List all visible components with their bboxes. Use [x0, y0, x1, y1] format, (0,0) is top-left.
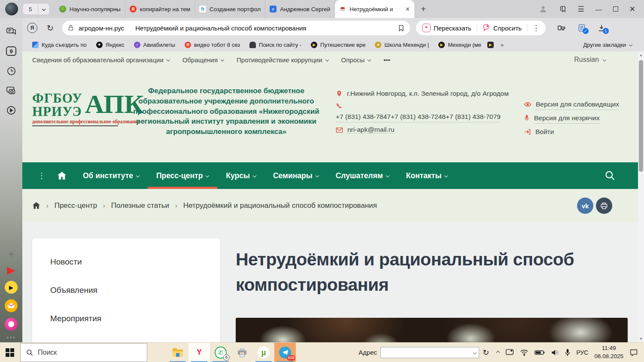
tab-list-chevron[interactable] — [38, 3, 50, 15]
tab-andreyanov[interactable]: ≡ Андреянов Сергей — [265, 0, 335, 18]
org-email[interactable]: nri-apk@mail.ru — [347, 126, 395, 134]
utorrent-button[interactable]: µ — [253, 343, 274, 362]
clock[interactable]: 11:49 06.08.2025 — [594, 344, 623, 360]
nav-seminars[interactable]: Семинары — [264, 162, 327, 189]
vk-share-button[interactable]: vk — [577, 198, 593, 214]
blind-version-link[interactable]: Версия для незрячих — [524, 113, 619, 124]
screenshot-camera-icon[interactable] — [0, 81, 22, 100]
address-toolbar-input[interactable] — [380, 347, 479, 358]
yandex-mail-icon[interactable] — [5, 299, 18, 312]
tray-expand-icon[interactable] — [496, 350, 500, 354]
side-panel-icon[interactable] — [559, 5, 567, 13]
bookmark-item[interactable]: Я видео тобот 8 сез — [185, 42, 240, 48]
taskbar-search-input[interactable] — [38, 349, 132, 356]
whatsapp-button[interactable]: ✆ 6 — [210, 343, 231, 362]
bookmark-item[interactable]: Куда съездить по — [32, 42, 87, 48]
nav-contacts[interactable]: Контакты — [398, 162, 456, 189]
institute-logo[interactable]: ФГБОУ НРИУЭ АПК дополнительное профессио… — [32, 91, 118, 126]
search-icon[interactable] — [604, 170, 616, 181]
wifi-icon[interactable] — [520, 349, 529, 356]
tab-groups-icon[interactable]: 9 — [0, 41, 22, 61]
breadcrumb-useful-articles[interactable]: Полезные статьи — [111, 201, 169, 210]
video-play-icon[interactable] — [0, 100, 22, 120]
sidebar-item-news[interactable]: Новости — [50, 257, 220, 267]
ask-button[interactable]: Спросить — [482, 24, 522, 32]
menu-anticorruption[interactable]: Противодействие коррупции — [237, 56, 328, 64]
scroll-down-arrow[interactable]: ▼ — [639, 337, 643, 341]
nav-about[interactable]: Об институте — [74, 162, 148, 189]
sidebar-item-announcements[interactable]: Объявления — [50, 286, 220, 295]
bookmark-item[interactable]: Поиск по сайту - — [249, 42, 301, 48]
home-icon[interactable] — [57, 171, 67, 180]
start-button[interactable] — [6, 348, 14, 357]
bookmarks-overflow-chevron[interactable]: » — [501, 42, 504, 48]
bookmark-item[interactable]: ▶ Мехенди (ме — [438, 42, 481, 48]
scroll-up-arrow[interactable]: ▲ — [639, 53, 643, 57]
sidebar-item-events[interactable]: Мероприятия — [50, 314, 220, 323]
menu-hamburger-icon[interactable]: ☰ — [578, 5, 584, 14]
profile-icon[interactable] — [539, 5, 547, 13]
address-go-icon[interactable]: ↻ — [483, 348, 489, 357]
history-clock-icon[interactable] — [0, 61, 22, 81]
window-close-button[interactable]: ✕ — [629, 5, 635, 14]
menu-appeals[interactable]: Обращения — [182, 56, 224, 64]
other-bookmarks-button[interactable]: Другие закладки — [583, 42, 632, 48]
nav-press-center[interactable]: Пресс-центр — [148, 162, 217, 189]
tablet-mode-icon[interactable] — [505, 349, 514, 356]
page-scrollbar[interactable]: ▲ ▼ — [638, 52, 644, 342]
profile-avatar[interactable] — [5, 3, 18, 15]
menu-polls[interactable]: Опросы — [341, 56, 371, 64]
breadcrumb-press-center[interactable]: Пресс-центр — [55, 201, 97, 210]
tab-composting-active[interactable]: Нетрудоёмкий и ✕ — [335, 0, 414, 18]
chats-icon[interactable] — [0, 21, 22, 41]
nav-students[interactable]: Слушателям — [327, 162, 398, 189]
rail-more-icon[interactable]: ••• — [6, 336, 16, 339]
window-minimize-button[interactable]: — — [595, 6, 602, 13]
taskbar-search-box[interactable] — [20, 343, 147, 362]
bookmark-item[interactable]: ✦ Яндекс — [96, 42, 125, 48]
play-icon[interactable]: ▶ — [487, 42, 494, 48]
volume-icon[interactable] — [551, 349, 559, 356]
microphone-tray-icon[interactable] — [565, 349, 570, 356]
yandex-button[interactable]: Я — [27, 23, 37, 33]
new-tab-button[interactable]: + — [417, 3, 430, 15]
yandex-browser-button[interactable]: Y — [188, 343, 210, 362]
login-link[interactable]: Войти — [524, 126, 619, 137]
nav-dots-icon[interactable]: ⋮ — [38, 171, 46, 180]
language-selector[interactable]: Russian — [574, 56, 606, 64]
bookmark-item[interactable]: ◗ Авиабилеты — [134, 42, 175, 48]
visually-impaired-link[interactable]: Версия для слабовидящих — [524, 99, 619, 110]
password-key-icon[interactable] — [557, 23, 566, 33]
org-phones[interactable]: +7 (831) 438-7847+7 (831) 438-7248+7 (83… — [336, 112, 501, 122]
menu-org-info[interactable]: Сведения об образовательной организации — [32, 56, 170, 64]
close-tab-icon[interactable]: ✕ — [405, 6, 410, 12]
menu-more-dots[interactable]: ••• — [383, 56, 390, 64]
tab-science[interactable]: Научно-популярны — [55, 0, 125, 18]
tab-portfolio[interactable]: h Создание портфол — [195, 0, 265, 18]
tab-counter[interactable]: 5 — [22, 3, 38, 15]
yandex-music-icon[interactable]: ▶ — [5, 281, 18, 294]
battery-icon[interactable] — [535, 350, 545, 356]
nav-courses[interactable]: Курсы — [217, 162, 264, 189]
refresh-icon[interactable]: ↻ — [47, 23, 54, 33]
bookmark-item[interactable]: ✳ Школа Мехенди | — [375, 42, 429, 48]
telegram-button[interactable]: 609 — [274, 343, 296, 362]
action-center-icon[interactable] — [629, 349, 638, 356]
retell-button[interactable]: ❝ Пересказать — [422, 24, 471, 32]
rail-add-icon[interactable]: + — [8, 249, 14, 259]
translate-page-icon[interactable]: ✓ — [577, 24, 586, 32]
keyboard-language[interactable]: РУС — [576, 349, 588, 356]
bookmark-item[interactable]: ▶ Путешествие вре — [311, 42, 365, 48]
bookmark-flag-icon[interactable] — [398, 24, 405, 32]
alice-assistant-icon[interactable] — [5, 318, 18, 331]
file-explorer-button[interactable] — [167, 343, 188, 362]
breadcrumb-home-icon[interactable] — [32, 202, 40, 209]
window-maximize-button[interactable] — [613, 6, 618, 12]
download-icon[interactable]: 1 — [597, 24, 606, 32]
address-field[interactable]: агродом-нн.рус Нетрудоёмкий и рациональн… — [62, 21, 410, 35]
printer-app-button[interactable] — [231, 343, 253, 362]
print-button[interactable] — [596, 198, 612, 214]
scrollbar-thumb[interactable] — [639, 60, 643, 172]
pill-more-icon[interactable]: ⋮ — [532, 24, 540, 33]
tab-copywriter[interactable]: Я копирайтер на тем — [125, 0, 195, 18]
